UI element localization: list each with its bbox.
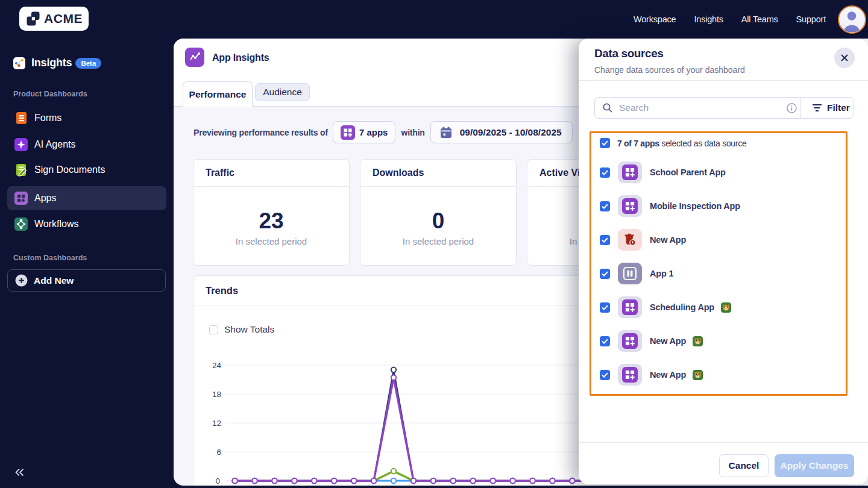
svg-text:0: 0 — [215, 477, 220, 486]
svg-text:18: 18 — [212, 390, 221, 399]
svg-text:24: 24 — [212, 361, 222, 370]
svg-text:12: 12 — [212, 419, 221, 428]
svg-text:6: 6 — [216, 448, 221, 457]
